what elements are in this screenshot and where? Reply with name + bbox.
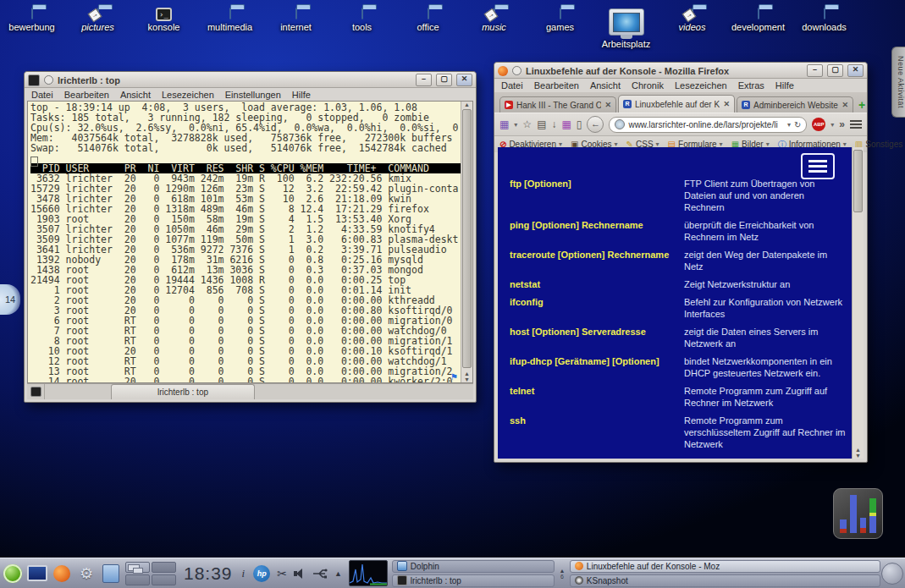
konsole-titlebar[interactable]: lrichterlb : top – ▢ ✕ — [25, 72, 476, 88]
file-manager-icon[interactable] — [101, 563, 121, 584]
task-button-firefox[interactable]: Linuxbefehle auf der Konsole - Moz — [570, 560, 880, 573]
desktop-icon[interactable]: ›_ konsole — [137, 8, 190, 49]
command-name[interactable]: host [Optionen] Serveradresse — [510, 326, 684, 349]
scroll-down-icon[interactable]: ▲▼ — [853, 447, 864, 459]
command-name[interactable]: ifconfig — [510, 296, 684, 320]
command-name[interactable]: ping [Optionen] Rechnername — [510, 219, 684, 243]
browser-tab[interactable]: R Linuxbefehle auf der Kon... ✕ — [618, 95, 735, 113]
hp-tray-icon[interactable]: hp — [253, 565, 270, 582]
maximize-button[interactable]: ▢ — [436, 74, 452, 86]
browser-tab[interactable]: ▶ Hank III - The Grand Ole ... ✕ — [499, 96, 616, 113]
menu-item[interactable]: Extras — [738, 80, 764, 91]
page-scrollbar[interactable]: ▲▼ — [852, 147, 864, 459]
extension-grid-icon[interactable]: ▦ — [561, 118, 571, 130]
desktop-icon[interactable]: bewerbung — [5, 8, 58, 49]
tray-expand-caret-icon[interactable]: ▲ — [334, 569, 342, 578]
menu-item[interactable]: Datei — [31, 90, 53, 100]
desktop-icon[interactable]: videos — [665, 8, 719, 49]
apps-grid-icon[interactable]: ▦ — [499, 118, 509, 130]
firefox-app-icon[interactable] — [498, 66, 508, 76]
show-desktop-button[interactable] — [27, 563, 47, 584]
konsole-session-tab[interactable]: lrichterlb : top — [111, 384, 255, 399]
downloads-arrow-icon[interactable]: ↓ — [551, 118, 556, 130]
pager-desktop-4[interactable] — [152, 574, 176, 585]
desktop-icon[interactable]: pictures — [71, 8, 124, 49]
menu-item[interactable]: Ansicht — [120, 90, 151, 100]
adblock-caret-icon[interactable]: ▾ — [831, 121, 834, 129]
task-button-konsole[interactable]: lrichterlb : top — [392, 574, 555, 587]
minimize-button[interactable]: – — [807, 64, 823, 77]
close-button[interactable]: ✕ — [847, 64, 864, 77]
back-button[interactable]: ← — [587, 116, 604, 133]
network-monitor-widget[interactable] — [349, 560, 388, 586]
notifications-info-icon[interactable]: i — [240, 567, 247, 580]
pager-desktop-2[interactable] — [152, 562, 176, 573]
desktop-icon[interactable]: music — [467, 8, 521, 49]
command-name[interactable]: ifup-dhcp [Gerätname] [Optionen] — [510, 355, 684, 379]
klipper-scissors-icon[interactable]: ✂ — [277, 567, 287, 580]
desktop-icon[interactable]: games — [533, 8, 587, 49]
bookmark-star-icon[interactable]: ☆ — [522, 118, 532, 130]
menu-item[interactable]: Datei — [501, 80, 523, 91]
pager-desktop-1[interactable] — [125, 562, 150, 573]
scroll-up-icon[interactable]: ▲ — [461, 102, 472, 107]
minimize-button[interactable]: – — [416, 74, 432, 86]
reload-icon[interactable]: ↻ — [794, 120, 801, 129]
panel-cashew-button[interactable] — [881, 563, 903, 585]
desktop-icon[interactable]: internet — [269, 8, 323, 49]
overflow-chevron[interactable]: » — [839, 118, 845, 130]
firefox-launcher-icon[interactable] — [52, 563, 72, 584]
desktop-icon[interactable]: tools — [335, 8, 389, 49]
close-button[interactable]: ✕ — [456, 74, 472, 86]
terminal-scrollbar[interactable]: ▲ ▲▼ — [461, 102, 472, 382]
menu-item[interactable]: Chronik — [632, 80, 664, 91]
scrollbar-thumb[interactable] — [853, 150, 863, 212]
digital-clock[interactable]: 18:39 — [180, 563, 236, 584]
desktop-icon[interactable]: Arbeitsplatz — [599, 8, 653, 49]
new-activity-tab[interactable]: Neue Aktivität — [891, 47, 905, 118]
command-name[interactable]: postfix [Kommando] — [510, 456, 684, 459]
trash-icon[interactable]: ▯ — [577, 118, 582, 130]
task-scroll-arrows[interactable]: ▲6 — [556, 560, 568, 587]
menu-item[interactable]: Bearbeiten — [64, 90, 109, 100]
desktop-icon[interactable]: office — [401, 8, 455, 49]
task-button-ksnapshot[interactable]: KSnapshot — [570, 574, 880, 587]
terminal-viewport[interactable]: top - 18:39:14 up 4:08, 3 users, load av… — [27, 101, 473, 383]
tab-close-icon[interactable]: ✕ — [842, 101, 848, 109]
maximize-button[interactable]: ▢ — [827, 64, 843, 77]
pin-icon[interactable] — [512, 66, 521, 75]
pager-desktop-3[interactable] — [125, 574, 150, 585]
desktop-pager[interactable] — [125, 562, 176, 585]
task-button-dolphin[interactable]: Dolphin — [392, 560, 555, 573]
settings-gear-icon[interactable]: ⚙ — [76, 563, 97, 584]
dropdown-caret-icon[interactable]: ▾ — [514, 121, 517, 129]
firefox-titlebar[interactable]: Linuxbefehle auf der Konsole - Mozilla F… — [494, 63, 867, 79]
app-launcher-button[interactable] — [3, 563, 23, 584]
desktop-icon[interactable]: downloads — [797, 8, 851, 49]
firefox-menu-icon[interactable] — [850, 118, 862, 130]
volume-speaker-icon[interactable] — [294, 569, 306, 579]
url-bar[interactable]: www.larsrichter-online.de/lars/projekte/… — [609, 117, 807, 133]
usb-device-icon[interactable] — [312, 569, 328, 579]
url-text[interactable]: www.larsrichter-online.de/lars/projekte/… — [628, 120, 783, 129]
new-tab-button[interactable] — [27, 384, 45, 399]
menu-item[interactable]: Bearbeiten — [534, 80, 579, 91]
adblock-icon[interactable]: ABP — [812, 118, 825, 131]
konsole-app-icon[interactable] — [28, 74, 40, 86]
browser-tab[interactable]: R Adminbereich Website 2... ✕ — [737, 96, 853, 113]
pin-icon[interactable] — [44, 75, 53, 85]
tab-close-icon[interactable]: ✕ — [604, 101, 611, 109]
command-name[interactable]: telnet — [510, 385, 684, 409]
menu-item[interactable]: Einstellungen — [225, 90, 281, 100]
menu-item[interactable]: Lesezeichen — [162, 90, 214, 100]
command-name[interactable]: traceroute [Optionen] Rechnername — [510, 249, 684, 272]
url-dropdown-icon[interactable]: ▾ — [787, 121, 791, 129]
command-name[interactable]: ssh — [510, 415, 684, 450]
desktop-icon[interactable]: development — [731, 8, 785, 49]
clipboard-icon[interactable]: ▤ — [537, 118, 546, 130]
menu-item[interactable]: Ansicht — [590, 80, 621, 91]
site-hamburger-icon[interactable] — [801, 153, 835, 179]
scroll-down-icon[interactable]: ▲▼ — [461, 371, 472, 382]
command-name[interactable]: ftp [Optionen] — [510, 178, 684, 213]
desktop-icon[interactable]: multimedia — [203, 8, 257, 49]
